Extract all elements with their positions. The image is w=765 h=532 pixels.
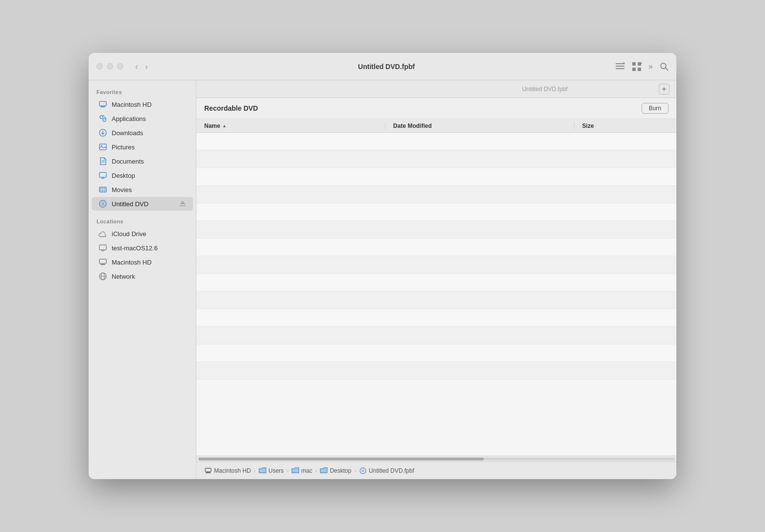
breadcrumb-arrow: › [354,468,356,474]
svg-point-45 [360,468,366,474]
sidebar-item-label: iCloud Drive [112,230,146,238]
sidebar-item-applications[interactable]: Applications [92,112,193,125]
svg-rect-43 [205,468,211,472]
eject-icon[interactable] [179,200,186,208]
sidebar: Favorites Macintosh HD [89,80,196,479]
nav-arrows: ‹ › [133,61,150,72]
toolbar-controls: » [615,62,669,72]
sidebar-item-icloud-drive[interactable]: iCloud Drive [92,227,193,241]
breadcrumb-item-users[interactable]: Users [259,467,284,475]
table-row [196,203,676,221]
column-date-header[interactable]: Date Modified [385,122,574,129]
documents-icon [98,157,107,166]
sidebar-item-label: Pictures [112,144,135,151]
minimize-button[interactable] [107,63,113,70]
table-row [196,309,676,327]
more-options-icon[interactable]: » [648,62,653,71]
svg-rect-4 [638,62,641,66]
forward-button[interactable]: › [143,61,150,72]
table-row [196,133,676,150]
content-header: Untitled DVD.fpbf + [196,80,676,98]
drive-icon [98,258,107,266]
drive-icon [204,467,212,475]
toolbar-title: Untitled DVD.fpbf [158,63,615,71]
table-row [196,239,676,256]
scrollbar-thumb[interactable] [198,458,484,460]
svg-rect-44 [206,472,211,473]
svg-rect-3 [632,62,636,66]
sidebar-item-label: Downloads [112,129,143,137]
folder-icon [259,467,266,475]
svg-rect-29 [104,187,105,192]
svg-rect-7 [641,62,642,64]
folder-icon [291,467,299,475]
svg-rect-6 [638,68,641,71]
breadcrumb-item-mac[interactable]: mac [291,467,312,475]
svg-rect-5 [632,68,636,71]
dvd-section-header: Recordable DVD Burn [196,98,676,119]
svg-rect-1 [616,66,624,67]
svg-rect-11 [100,106,105,107]
toolbar: ‹ › Untitled DVD.fpbf [89,53,676,80]
breadcrumb-arrow: › [315,468,317,474]
status-bar: Macintosh HD › Users › [196,461,676,479]
sidebar-item-untitled-dvd[interactable]: Untitled DVD [92,197,193,211]
content-path-title: Untitled DVD.fpbf [431,86,659,93]
favorites-section-label: Favorites [89,86,196,97]
icloud-icon [98,229,107,238]
main-area: Favorites Macintosh HD [89,80,676,479]
sidebar-item-movies[interactable]: Movies [92,183,193,196]
svg-rect-2 [616,68,624,69]
maximize-button[interactable] [117,63,123,70]
column-size-header[interactable]: Size [574,122,676,129]
sidebar-item-test-macos[interactable]: test-macOS12.6 [92,241,193,255]
svg-rect-27 [100,187,101,192]
sidebar-item-downloads[interactable]: Downloads [92,126,193,140]
svg-rect-39 [100,264,105,265]
dvd-section-title: Recordable DVD [204,104,258,112]
svg-rect-38 [99,259,106,264]
breadcrumb-arrow: › [254,468,256,474]
sort-arrow: ▲ [222,123,227,128]
sidebar-item-network[interactable]: Network [92,269,193,283]
svg-rect-28 [102,187,103,192]
search-icon[interactable] [660,62,669,71]
folder-icon [320,467,328,475]
table-row [196,291,676,309]
table-row [196,150,676,168]
list-view-icon[interactable] [615,62,625,71]
breadcrumb-item-untitled-dvd[interactable]: Untitled DVD.fpbf [359,467,414,475]
locations-section-label: Locations [89,216,196,226]
sidebar-item-label: Macintosh HD [112,259,152,266]
table-row [196,168,676,186]
back-button[interactable]: ‹ [133,61,140,72]
svg-point-32 [101,202,105,206]
column-name-header[interactable]: Name ▲ [196,122,385,129]
svg-rect-21 [99,172,106,177]
breadcrumb-item-desktop[interactable]: Desktop [320,467,351,475]
table-row [196,221,676,239]
sidebar-item-pictures[interactable]: Pictures [92,140,193,154]
sidebar-item-macintosh-hd[interactable]: Macintosh HD [92,97,193,111]
finder-window: ‹ › Untitled DVD.fpbf [89,53,676,479]
breadcrumb-item-macintosh-hd[interactable]: Macintosh HD [204,467,251,475]
sidebar-item-documents[interactable]: Documents [92,154,193,168]
sidebar-item-macintosh-hd-location[interactable]: Macintosh HD [92,255,193,269]
sidebar-item-label: test-macOS12.6 [112,244,158,252]
svg-rect-35 [99,245,106,250]
close-button[interactable] [96,63,103,70]
svg-marker-33 [180,201,186,204]
burn-button[interactable]: Burn [642,103,669,114]
add-button[interactable]: + [659,84,669,95]
table-row [196,362,676,380]
scrollbar-track[interactable] [198,458,674,460]
file-list [196,133,676,456]
table-row [196,344,676,362]
sidebar-item-desktop[interactable]: Desktop [92,169,193,182]
file-list-header: Name ▲ Date Modified Size [196,119,676,133]
svg-point-46 [362,470,364,472]
dvd-icon [359,467,367,475]
sidebar-item-label: Untitled DVD [112,200,148,208]
grid-view-icon[interactable] [632,62,642,72]
svg-line-14 [103,115,106,119]
